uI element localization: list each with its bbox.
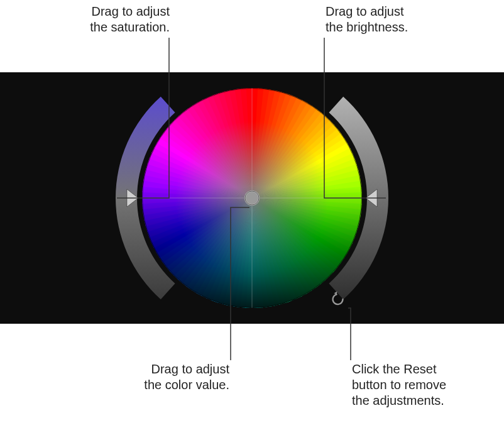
callout-colorvalue: Drag to adjustthe color value. <box>94 361 229 393</box>
callout-saturation: Drag to adjustthe saturation. <box>38 4 170 35</box>
callout-reset: Click the Resetbutton to removethe adjus… <box>352 361 490 409</box>
callout-brightness: Drag to adjustthe brightness. <box>326 4 470 35</box>
color-value-handle[interactable] <box>245 191 259 205</box>
